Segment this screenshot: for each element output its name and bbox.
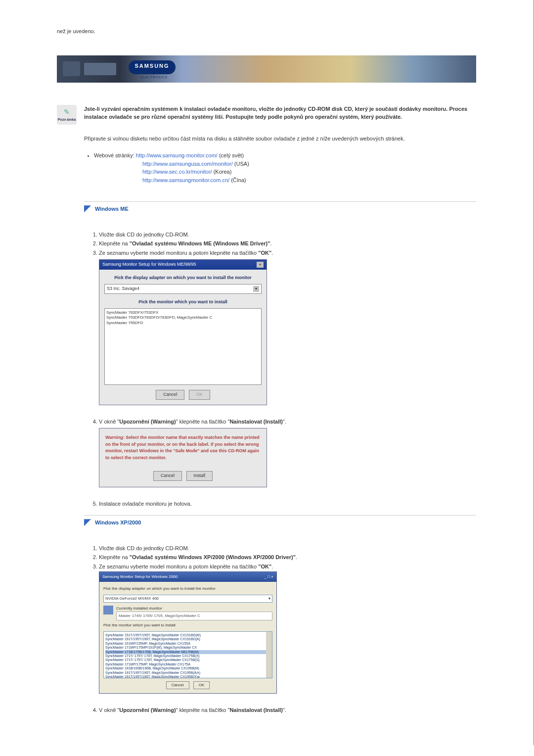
xp-monitor-list[interactable]: SyncMaster 151T/155T/150T, MagicSyncMast… [103,631,272,678]
link-usa[interactable]: http://www.samsungusa.com/monitor/ [142,161,233,167]
prep-text: Připravte si volnou disketu nebo určitou… [84,135,476,143]
cancel-button[interactable]: Cancel [156,390,184,400]
me-dialog-titlebar: Samsung Monitor Setup for Windows ME/98/… [99,260,267,270]
list-item[interactable]: SyncMaster 755DFD [106,321,260,326]
me-monitor-list[interactable]: SyncMaster 783DFX/753DFX SyncMaster 753D… [104,308,262,385]
section-windows-xp: Windows XP/2000 [84,515,476,527]
section-windows-me: Windows ME [84,201,476,213]
section-xp-label: Windows XP/2000 [95,519,141,527]
list-item[interactable]: SyncMaster 171T/ 175T/ 170T, MagicSyncMa… [105,658,270,662]
list-item[interactable]: SyncMaster 171MP/175MP, MagicSyncMaster … [105,662,270,666]
me-step-4: V okně "Upozornění (Warning)" klepněte n… [99,418,476,426]
xp-instruction-2: Pick the monitor which you want to insta… [103,622,272,628]
note-text: Jste-li vyzváni operačním systémem k ins… [84,105,476,121]
list-item-selected[interactable]: SyncMaster 171B/175B/170B, MagicSyncMast… [105,650,270,654]
me-step-2: Klepněte na "Ovladač systému Windows ME … [99,239,476,248]
list-item[interactable]: SyncMaster 191T/195T/190T, MagicSyncMast… [105,671,270,675]
ok-button[interactable]: OK [193,681,210,689]
me-warning-dialog: Warning: Select the monitor name that ex… [99,428,267,487]
list-item[interactable]: SyncMaster 191T/195T/190T, MagicSyncMast… [105,637,270,641]
list-item[interactable]: SyncMaster 171T/ 175T/ 170T, MagicSyncMa… [105,654,270,658]
me-step-5: Instalace ovladače monitoru je hotova. [99,500,476,508]
section-triangle-icon [84,205,91,212]
list-item[interactable]: SyncMaster 191T/195T/190T, MagicSyncMast… [105,675,270,678]
close-icon[interactable]: × [257,262,264,268]
me-instruction-2: Pick the monitor which you want to insta… [104,299,262,306]
cancel-button[interactable]: Cancel [153,471,182,481]
link-korea[interactable]: http://www.sec.co.kr/monitor/ [142,169,212,175]
link-china-region: (Čína) [231,177,246,183]
xp-setup-dialog: Samsung Monitor Setup for Windows 2000 _… [99,571,277,694]
note-icon-label: Pozn ámka [58,117,76,123]
chevron-down-icon[interactable]: ▾ [253,286,259,292]
list-item[interactable]: SyncMaster 171MP/175MP/191P(M), MagicSyn… [105,646,270,650]
xp-steps: Vložte disk CD do jednotky CD-ROM. Klepn… [84,544,476,571]
link-usa-region: (USA) [234,161,249,167]
link-korea-region: (Korea) [214,169,232,175]
link-world[interactable]: http://www.samsung-monitor.com/ [136,152,218,158]
links-label: Webové stránky: [94,152,134,158]
warning-text: Warning: Select the monitor name that ex… [105,434,261,461]
ok-button[interactable]: OK [189,390,210,400]
me-step-1: Vložte disk CD do jednotky CD-ROM. [99,231,476,239]
banner-hud-icon [84,63,116,75]
web-links: Webové stránky: http://www.samsung-monit… [84,151,476,184]
list-item[interactable]: SyncMaster 151MP/155MP, MagicSyncMaster … [105,642,270,646]
me-steps-cont: V okně "Upozornění (Warning)" klepněte n… [84,418,476,426]
me-adapter-select[interactable]: S3 Inc. Savage4 ▾ [104,284,262,294]
xp-dialog-titlebar: Samsung Monitor Setup for Windows 2000 _… [99,572,276,582]
list-item[interactable]: SyncMaster 753DFD/783DFD/783DFD, MagicSy… [106,315,260,320]
xp-instruction-1: Pick the display adapter on which you wa… [103,586,272,592]
me-dialog-title: Samsung Monitor Setup for Windows ME/98/… [102,261,196,268]
me-instruction-1: Pick the display adapter on which you wa… [104,275,262,282]
list-item[interactable]: SyncMaster 151T/155T/150T, MagicSyncMast… [105,633,270,637]
section-triangle-icon [84,519,91,526]
intro-fragment: než je uvedeno. [57,27,476,36]
install-button[interactable]: Install [186,471,213,481]
section-me-label: Windows ME [95,205,129,213]
note-icon: ✎ Pozn ámka [57,105,77,125]
cancel-button[interactable]: Cancel [166,681,189,689]
chevron-down-icon[interactable]: ▾ [268,596,270,602]
me-steps: Vložte disk CD do jednotky CD-ROM. Klepn… [84,231,476,257]
list-item[interactable]: SyncMaster 191B/195B/190B, MagicSyncMast… [105,666,270,670]
banner-image: SAMSUNG ELECTRONICS [57,55,476,83]
xp-current-label: Currently installed monitor [116,606,272,612]
xp-adapter-select[interactable]: NVIDIA GeForce2 MX/MX 400 ▾ [103,595,272,603]
window-controls[interactable]: _ □ × [265,574,273,580]
xp-adapter-value: NVIDIA GeForce2 MX/MX 400 [105,596,159,602]
samsung-electronics-text: ELECTRONICS [141,75,168,80]
me-setup-dialog: Samsung Monitor Setup for Windows ME/98/… [99,259,267,405]
scrollbar[interactable] [266,632,272,678]
memo-icon: ✎ [64,107,70,117]
xp-step-3: Ze seznamu vyberte model monitoru a poto… [99,563,476,571]
samsung-logo: SAMSUNG [129,60,176,74]
xp-step-2: Klepněte na "Ovladač systému Windows XP/… [99,553,476,562]
xp-step-1: Vložte disk CD do jednotky CD-ROM. [99,544,476,553]
xp-steps-cont: V okně "Upozornění (Warning)" klepněte n… [84,706,476,714]
banner-monitor-icon [63,61,80,76]
xp-dialog-title: Samsung Monitor Setup for Windows 2000 [102,574,178,580]
link-china[interactable]: http://www.samsungmonitor.com.cn/ [142,177,229,183]
monitor-icon [103,606,113,614]
link-world-region: (celý svět) [219,152,244,158]
xp-current-value: Master 1745/ 1785/ 1705, MagicSyncMaster… [116,612,272,620]
me-step-3: Ze seznamu vyberte model monitoru a poto… [99,249,476,257]
me-adapter-value: S3 Inc. Savage4 [107,285,139,292]
xp-step-4: V okně "Upozornění (Warning)" klepněte n… [99,706,476,714]
list-item[interactable]: SyncMaster 783DFX/753DFX [106,310,260,315]
note-block: ✎ Pozn ámka Jste-li vyzváni operačním sy… [57,105,476,125]
me-steps-end: Instalace ovladače monitoru je hotova. [84,500,476,508]
